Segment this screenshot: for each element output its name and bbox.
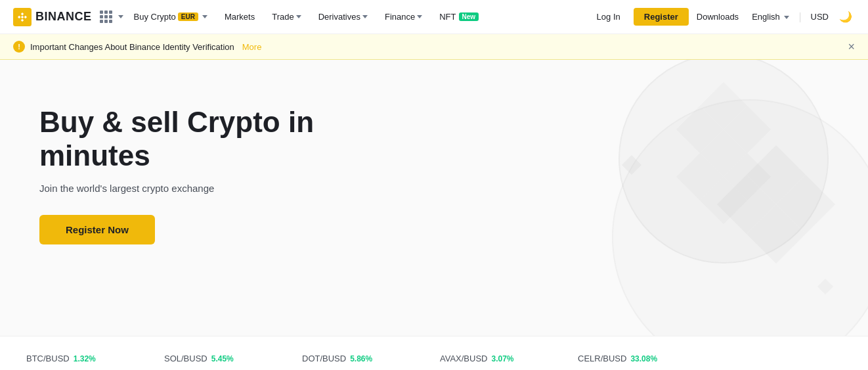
ticker-pair-line: AVAX/BUSD3.07%	[440, 352, 538, 364]
grid-dot	[109, 15, 112, 18]
navbar: BINANCE Buy Crypto EUR Markets Trade	[0, 0, 868, 34]
grid-dot	[100, 15, 103, 18]
ticker-pair-label: CELR/BUSD	[578, 354, 626, 363]
grid-dot	[100, 11, 103, 14]
banner-more-link[interactable]: More	[242, 42, 262, 52]
ticker-price: 42,658.71	[26, 367, 125, 370]
banner-text: Important Changes About Binance Identity…	[30, 42, 234, 52]
register-button[interactable]: Register	[634, 8, 689, 26]
binance-logo-icon	[13, 8, 32, 26]
ticker-pct: 33.08%	[630, 354, 657, 363]
nav-derivatives[interactable]: Derivatives	[312, 0, 374, 34]
grid-dot	[109, 20, 112, 23]
ticker-price: 140.64	[164, 367, 263, 370]
logo-text: BINANCE	[35, 10, 92, 24]
ticker-bar: BTC/BUSD1.32%42,658.71$42,633.11SOL/BUSD…	[0, 336, 868, 370]
deco-diamond-2	[815, 277, 835, 296]
deco-circle-medium	[612, 99, 868, 336]
svg-marker-11	[747, 204, 806, 264]
separator: |	[797, 11, 802, 23]
deco-circle-large	[618, 60, 829, 264]
currency-selector[interactable]: USD	[806, 12, 834, 22]
decorative-circles	[408, 60, 868, 336]
hero-section: Buy & sell Crypto in minutes Join the wo…	[0, 60, 868, 336]
nav-buy-crypto[interactable]: Buy Crypto EUR	[127, 0, 214, 34]
svg-marker-6	[676, 153, 724, 200]
trade-chevron	[296, 15, 301, 18]
ticker-item[interactable]: AVAX/BUSD3.07%71.09$71.05	[440, 352, 538, 370]
svg-marker-3	[724, 106, 771, 153]
navbar-right: Log In Register Downloads English | USD …	[586, 8, 855, 26]
ticker-item[interactable]: CELR/BUSD33.08%0.16759$0.167489	[578, 352, 676, 370]
ticker-pct: 1.32%	[74, 354, 96, 363]
svg-marker-8	[747, 145, 806, 204]
svg-marker-7	[700, 177, 747, 224]
bnb-deco-shape	[645, 66, 802, 224]
grid-dot	[104, 20, 108, 23]
nav-nft[interactable]: NFT New	[433, 0, 485, 34]
nav-finance[interactable]: Finance	[378, 0, 429, 34]
hero-title: Buy & sell Crypto in minutes	[39, 106, 322, 172]
nft-new-badge: New	[459, 12, 479, 21]
ticker-price: 30.70	[302, 367, 401, 370]
ticker-pct: 5.86%	[350, 354, 372, 363]
hero-subtitle: Join the world's largest crypto exchange	[39, 183, 322, 194]
ticker-price: 71.09	[440, 367, 538, 370]
register-now-button[interactable]: Register Now	[39, 215, 155, 244]
ticker-pair-label: SOL/BUSD	[164, 354, 207, 363]
dark-mode-icon[interactable]: 🌙	[836, 11, 855, 23]
logo-link[interactable]: BINANCE	[13, 8, 92, 26]
downloads-link[interactable]: Downloads	[691, 12, 744, 22]
banner-close-button[interactable]: ×	[848, 41, 855, 53]
ticker-pct: 3.07%	[491, 354, 513, 363]
login-button[interactable]: Log In	[586, 8, 631, 26]
nav-trade[interactable]: Trade	[265, 0, 307, 34]
grid-dot	[104, 15, 108, 18]
svg-marker-4	[700, 129, 747, 177]
grid-menu-icon[interactable]	[100, 11, 112, 23]
ticker-price: 0.16759	[578, 367, 676, 370]
svg-marker-10	[776, 175, 835, 234]
svg-marker-13	[817, 279, 833, 294]
bnb-deco-shape-2	[678, 126, 868, 323]
announcement-banner: ! Important Changes About Binance Identi…	[0, 34, 868, 60]
grid-chevron-icon	[118, 15, 123, 18]
buy-crypto-chevron	[202, 15, 207, 18]
svg-marker-1	[700, 82, 747, 129]
ticker-pair-line: CELR/BUSD33.08%	[578, 352, 676, 364]
derivatives-chevron	[362, 15, 368, 18]
grid-dot	[104, 11, 108, 14]
banner-left: ! Important Changes About Binance Identi…	[13, 41, 261, 53]
svg-marker-2	[676, 106, 724, 153]
ticker-pair-label: AVAX/BUSD	[440, 354, 487, 363]
svg-marker-5	[724, 153, 771, 200]
ticker-pair-line: DOT/BUSD5.86%	[302, 352, 401, 364]
grid-dot	[109, 11, 112, 14]
warning-icon: !	[13, 41, 25, 53]
svg-marker-9	[717, 175, 776, 234]
nav-markets[interactable]: Markets	[218, 0, 261, 34]
deco-diamond-1	[618, 152, 645, 178]
finance-chevron	[417, 15, 422, 18]
ticker-pct: 5.45%	[211, 354, 234, 363]
language-chevron	[784, 16, 789, 19]
ticker-item[interactable]: BTC/BUSD1.32%42,658.71$42,633.11	[26, 352, 125, 370]
ticker-item[interactable]: DOT/BUSD5.86%30.70$30.68	[302, 352, 401, 370]
svg-marker-12	[622, 155, 641, 175]
eur-badge: EUR	[178, 12, 198, 21]
navbar-left: BINANCE Buy Crypto EUR Markets Trade	[13, 0, 586, 34]
hero-content: Buy & sell Crypto in minutes Join the wo…	[0, 60, 361, 271]
language-selector[interactable]: English	[747, 12, 794, 22]
ticker-pair-label: DOT/BUSD	[302, 354, 346, 363]
grid-dot	[100, 20, 103, 23]
ticker-pair-label: BTC/BUSD	[26, 354, 70, 363]
ticker-pair-line: BTC/BUSD1.32%	[26, 352, 125, 364]
ticker-pair-line: SOL/BUSD5.45%	[164, 352, 263, 364]
ticker-item[interactable]: SOL/BUSD5.45%140.64$140.56	[164, 352, 263, 370]
